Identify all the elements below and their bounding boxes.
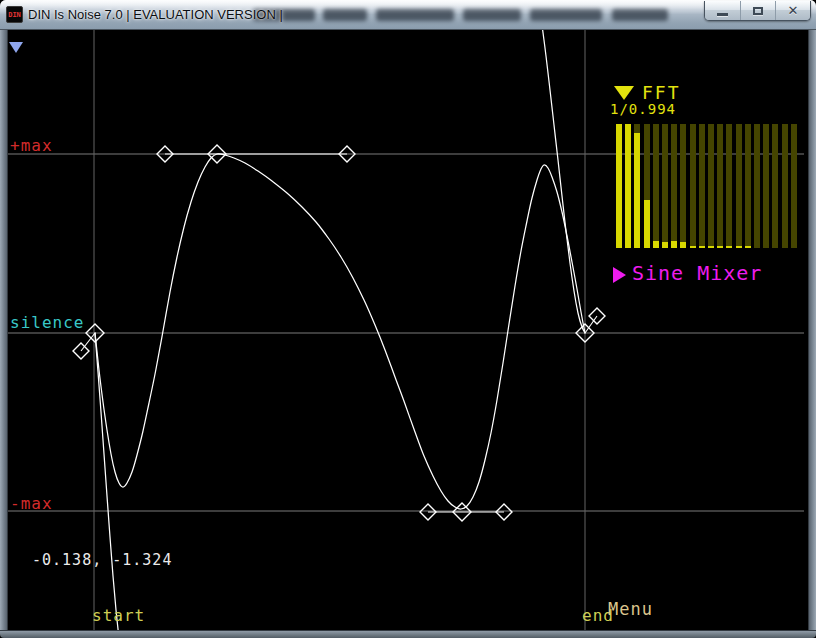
fft-bar-bg — [717, 124, 723, 248]
bezier-curve[interactable] — [95, 154, 585, 509]
window-border-left — [0, 30, 8, 630]
fft-bar-level — [736, 246, 742, 248]
window-border-right — [808, 30, 816, 630]
fft-bar-level — [745, 246, 751, 248]
fft-bar-bg — [772, 124, 778, 248]
fft-bar-bg — [726, 124, 732, 248]
plus-max-label: +max — [10, 136, 53, 155]
blurred-text — [530, 9, 602, 21]
blurred-text — [612, 9, 668, 21]
fft-bar-level — [690, 246, 696, 248]
waveform-editor-canvas[interactable]: +max silence -max -0.138, -1.324 start e… — [8, 30, 808, 630]
fft-bar-level — [717, 246, 723, 248]
fft-bar-bg — [763, 124, 769, 248]
sine-mixer-expand-icon[interactable] — [613, 267, 626, 283]
menu-button[interactable]: Menu — [608, 599, 653, 619]
blurred-text — [323, 9, 367, 21]
maximize-button[interactable] — [740, 1, 775, 20]
start-label: start — [92, 606, 145, 625]
maximize-icon — [753, 7, 763, 15]
fft-bar-bg — [708, 124, 714, 248]
minus-max-label: -max — [10, 494, 53, 513]
fft-bar-bg — [699, 124, 705, 248]
blurred-text — [376, 9, 454, 21]
fft-bar-bg — [662, 124, 668, 248]
app-icon-text: DIN — [8, 11, 21, 19]
fft-value: 1/0.994 — [610, 101, 676, 117]
curve-editor-svg[interactable] — [8, 30, 808, 630]
blurred-text — [463, 9, 521, 21]
fft-bar-bg — [791, 124, 797, 248]
fft-bar-level — [644, 200, 650, 248]
fft-title: FFT — [642, 82, 681, 103]
fft-bar-level — [680, 242, 686, 248]
cursor-position-readout: -0.138, -1.324 — [32, 551, 172, 569]
fft-bar-bg — [653, 124, 659, 248]
titlebar[interactable]: DIN DIN Is Noise 7.0 | EVALUATION VERSIO… — [0, 0, 816, 30]
fft-bar-level — [625, 124, 631, 248]
fft-bar-bg — [754, 124, 760, 248]
window-title: DIN Is Noise 7.0 | EVALUATION VERSION | — [28, 7, 283, 22]
fft-bar-bg — [671, 124, 677, 248]
fft-bar-level — [634, 133, 640, 248]
fft-header[interactable]: FFT — [614, 82, 681, 103]
sine-mixer-header[interactable]: Sine Mixer — [613, 261, 762, 285]
fft-bar-level — [699, 246, 705, 248]
window-border-bottom — [0, 630, 816, 638]
fft-collapse-icon[interactable] — [614, 86, 634, 100]
fft-bar-bg — [745, 124, 751, 248]
fft-bar-level — [616, 124, 622, 248]
fft-bar-level — [653, 241, 659, 248]
silence-label: silence — [10, 313, 84, 332]
bezier-curve[interactable] — [95, 333, 119, 630]
fft-bar-level — [671, 241, 677, 248]
fft-bar-bg — [690, 124, 696, 248]
fft-bar-bg — [680, 124, 686, 248]
window-controls: ✕ — [704, 1, 811, 21]
minimize-icon — [717, 13, 728, 16]
close-icon: ✕ — [788, 4, 799, 17]
fft-bar-level — [726, 246, 732, 248]
bezier-curve[interactable] — [542, 30, 585, 333]
fft-bar-level — [662, 242, 668, 248]
sine-mixer-title: Sine Mixer — [632, 261, 762, 285]
close-button[interactable]: ✕ — [775, 1, 810, 20]
fft-spectrum-bars — [616, 124, 806, 248]
drone-pointer-icon[interactable] — [9, 42, 23, 53]
minimize-button[interactable] — [705, 1, 740, 20]
app-window: DIN DIN Is Noise 7.0 | EVALUATION VERSIO… — [0, 0, 816, 638]
fft-bar-bg — [782, 124, 788, 248]
app-icon[interactable]: DIN — [6, 6, 23, 23]
fft-bar-bg — [736, 124, 742, 248]
fft-bar-level — [708, 246, 714, 248]
